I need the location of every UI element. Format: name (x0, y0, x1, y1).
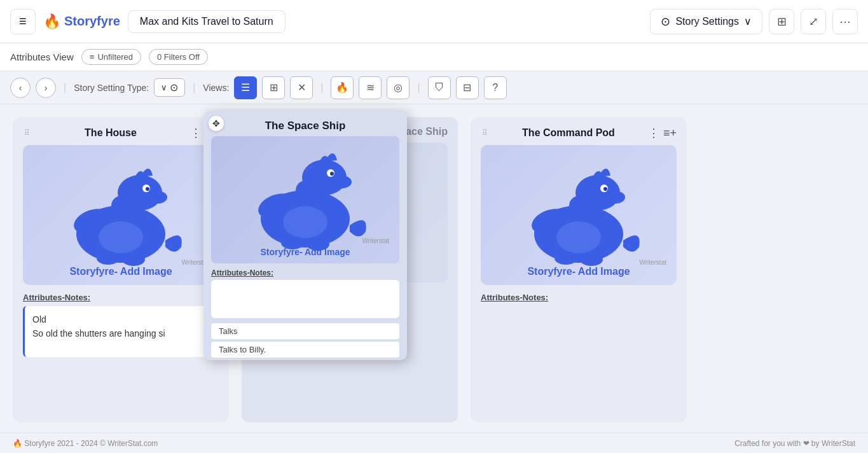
settings-icon: ⊙ (661, 15, 670, 29)
svg-point-23 (606, 191, 625, 204)
brand-name: Storyfyre (64, 14, 120, 29)
add-image-label-command-pod[interactable]: Storyfyre- Add Image (527, 266, 630, 277)
menu-icon: ☰ (19, 17, 27, 26)
separator-1: | (64, 82, 66, 94)
floating-dragon-image[interactable]: Storyfyre- Add Image Writerstat (211, 136, 399, 263)
drag-handle-icon-3[interactable]: ⠿ (481, 127, 489, 139)
svg-point-5 (146, 187, 149, 191)
floating-notes-box (211, 280, 399, 318)
subheader: Attributes View ≡ Unfiltered 0 Filters O… (0, 43, 868, 71)
footer: 🔥 Storyfyre 2021 - 2024 © WriterStat.com… (0, 433, 868, 453)
drag-handle-icon[interactable]: ⠿ (23, 127, 31, 139)
expand-icon: ⤢ (809, 15, 818, 29)
footer-right: Crafted for you with ❤ by WriterStat (734, 439, 855, 448)
note-line-1-the-house: Old (32, 312, 211, 326)
card-header-icons-3: ⋮ ≡+ (648, 126, 677, 140)
card-title-the-house: The House (85, 127, 137, 139)
svg-point-27 (555, 252, 577, 265)
card-image-the-house[interactable]: Storyfyre- Add Image Writerstat (23, 145, 219, 285)
svg-point-15 (330, 172, 334, 176)
card-more-button-3[interactable]: ⋮ (648, 126, 659, 140)
flame-icon: 🔥 (43, 13, 60, 30)
list-view-icon: ☰ (241, 81, 250, 94)
story-title[interactable]: Max and Kits Travel to Saturn (128, 10, 286, 33)
filter-label: Unfiltered (97, 52, 133, 62)
floating-talks-row-1: Talks (211, 323, 399, 339)
view-layers-button[interactable]: ≋ (359, 76, 382, 99)
story-settings-button[interactable]: ⊙ Story Settings ∨ (650, 9, 762, 34)
story-settings-label: Story Settings (675, 16, 739, 27)
view-merge-button[interactable]: ✕ (290, 76, 313, 99)
svg-point-19 (283, 206, 327, 238)
dashboard-view-icon: ⊟ (463, 81, 471, 94)
dropdown-chevron-icon: ∨ (161, 83, 167, 92)
nav-right: ⊙ Story Settings ∨ ⊞ ⤢ ⋯ (650, 9, 858, 34)
prev-icon: ‹ (19, 83, 22, 93)
floating-attributes-notes-label: Attributes-Notes: (203, 263, 407, 280)
floating-drag-handle[interactable]: ✥ (209, 116, 224, 131)
fire-view-icon: 🔥 (336, 81, 348, 94)
svg-point-9 (99, 221, 143, 253)
view-shield-button[interactable]: ⛉ (428, 76, 451, 99)
view-fire-button[interactable]: 🔥 (331, 76, 354, 99)
view-circle-button[interactable]: ◎ (387, 76, 410, 99)
writerstat-label-command-pod: Writerstat (639, 259, 666, 266)
view-list-button[interactable]: ☰ (234, 76, 257, 99)
brand-logo: 🔥 Storyfyre (43, 13, 120, 30)
story-type-dropdown[interactable]: ∨ ⊙ (154, 78, 185, 97)
filters-off-button[interactable]: 0 Filters Off (149, 49, 208, 65)
story-setting-type-label: Story Setting Type: (74, 83, 149, 93)
prev-button[interactable]: ‹ (10, 78, 31, 98)
card-more-button[interactable]: ⋮ (190, 126, 202, 140)
expand-button[interactable]: ⤢ (801, 9, 826, 34)
views-label: Views: (203, 83, 229, 93)
view-grid-button[interactable]: ⊞ (262, 76, 285, 99)
attributes-notes-label-the-house: Attributes-Notes: (13, 285, 229, 306)
card-the-command-pod: ⠿ The Command Pod ⋮ ≡+ (471, 117, 687, 422)
help-view-icon: ? (492, 82, 498, 94)
svg-point-25 (603, 187, 607, 191)
layout-icon: ⊞ (777, 15, 787, 29)
filter-button[interactable]: ≡ Unfiltered (81, 49, 141, 65)
svg-point-3 (148, 191, 167, 204)
dragon-svg-command-pod (515, 158, 642, 272)
dragon-svg-space-ship (242, 143, 369, 257)
floating-card-title: The Space Ship (203, 111, 407, 136)
view-help-button[interactable]: ? (484, 76, 507, 99)
svg-point-29 (556, 221, 601, 253)
card-header-the-house: ⠿ The House ⋮ ≡+ (13, 117, 229, 145)
more-icon: ⋯ (839, 15, 851, 29)
attributes-notes-label-command-pod: Attributes-Notes: (471, 285, 687, 306)
separator-3: | (320, 82, 323, 94)
circle-view-icon: ◎ (394, 81, 403, 94)
dragon-svg-the-house (57, 158, 184, 272)
layout-button[interactable]: ⊞ (769, 9, 794, 34)
card-header-command-pod: ⠿ The Command Pod ⋮ ≡+ (471, 117, 687, 145)
layers-view-icon: ≋ (366, 81, 375, 94)
add-image-label-the-house[interactable]: Storyfyre- Add Image (69, 266, 172, 277)
shield-view-icon: ⛉ (434, 82, 444, 94)
svg-point-28 (580, 253, 603, 266)
svg-point-13 (333, 176, 352, 188)
view-dashboard-button[interactable]: ⊟ (456, 76, 479, 99)
card-the-house: ⠿ The House ⋮ ≡+ (13, 117, 229, 422)
card-title-command-pod: The Command Pod (522, 127, 615, 139)
floating-writerstat-label: Writerstat (362, 237, 389, 244)
merge-view-icon: ✕ (298, 81, 306, 94)
toolbar: ‹ › | Story Setting Type: ∨ ⊙ | Views: ☰… (0, 71, 868, 104)
grid-view-icon: ⊞ (270, 81, 278, 94)
svg-point-7 (97, 252, 120, 265)
filters-off-label: 0 Filters Off (157, 52, 200, 62)
floating-add-image-label[interactable]: Storyfyre- Add Image (260, 247, 350, 257)
filter-icon: ≡ (90, 52, 95, 62)
menu-button[interactable]: ☰ (10, 9, 36, 34)
more-button[interactable]: ⋯ (832, 9, 858, 34)
chevron-down-icon: ∨ (744, 15, 752, 27)
card-image-command-pod[interactable]: Storyfyre- Add Image Writerstat (481, 145, 677, 285)
attributes-view-label: Attributes View (10, 52, 74, 62)
top-nav: ☰ 🔥 Storyfyre Max and Kits Travel to Sat… (0, 0, 868, 43)
separator-4: | (417, 82, 420, 94)
card-add-button-3[interactable]: ≡+ (663, 126, 677, 140)
notes-box-the-house[interactable]: Old So old the shutters are hanging si (23, 306, 219, 357)
next-button[interactable]: › (36, 78, 56, 98)
